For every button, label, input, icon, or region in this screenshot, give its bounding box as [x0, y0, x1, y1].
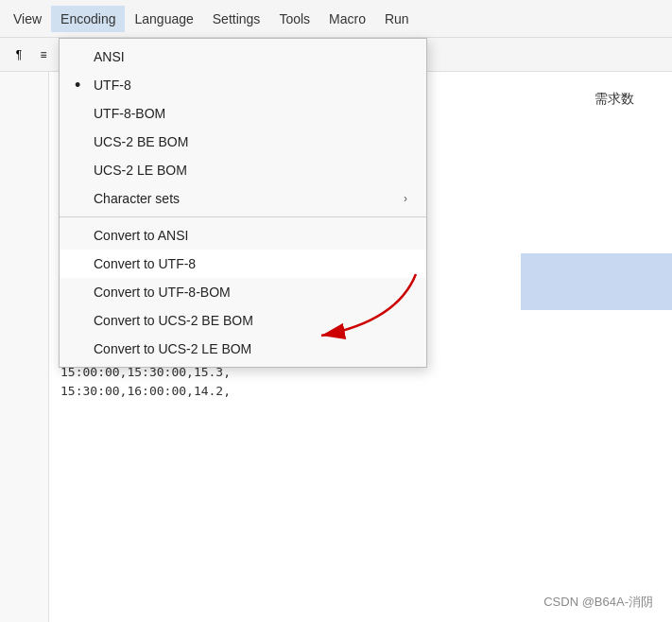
right-panel-highlight	[521, 253, 672, 310]
encoding-item-convert-ansi[interactable]: Convert to ANSI	[60, 221, 426, 250]
dropdown-divider	[60, 216, 426, 217]
line-numbers	[0, 72, 49, 622]
toolbar-btn-1[interactable]: ¶	[8, 43, 30, 66]
encoding-item-charsets[interactable]: Character sets ›	[60, 184, 426, 213]
menu-tools[interactable]: Tools	[269, 6, 319, 32]
menu-encoding[interactable]: Encoding	[51, 6, 125, 32]
encoding-item-ansi[interactable]: ANSI	[60, 43, 426, 71]
right-panel-text: 需求数	[594, 91, 634, 108]
encoding-item-utf8bom[interactable]: UTF-8-BOM	[60, 99, 426, 128]
encoding-item-ucs2le[interactable]: UCS-2 LE BOM	[60, 156, 426, 184]
menu-run[interactable]: Run	[375, 6, 419, 32]
menu-settings[interactable]: Settings	[203, 6, 270, 32]
encoding-item-convert-utf8bom[interactable]: Convert to UTF-8-BOM	[60, 278, 426, 306]
encoding-dropdown: ANSI UTF-8 UTF-8-BOM UCS-2 BE BOM UCS-2 …	[59, 38, 427, 368]
menu-view[interactable]: View	[4, 6, 51, 32]
menubar: View Encoding Language Settings Tools Ma…	[0, 0, 672, 38]
menu-language[interactable]: Language	[125, 6, 202, 32]
encoding-item-ucs2be[interactable]: UCS-2 BE BOM	[60, 128, 426, 156]
watermark: CSDN @B64A-消阴	[543, 594, 653, 611]
submenu-chevron-icon: ›	[404, 192, 407, 205]
toolbar-btn-2[interactable]: ≡	[32, 43, 55, 66]
encoding-item-convert-ucs2be[interactable]: Convert to UCS-2 BE BOM	[60, 306, 426, 335]
code-line: 15:30:00,16:00:00,14.2,	[60, 382, 661, 401]
encoding-item-convert-ucs2le[interactable]: Convert to UCS-2 LE BOM	[60, 335, 426, 363]
menu-macro[interactable]: Macro	[319, 6, 375, 32]
encoding-item-convert-utf8[interactable]: Convert to UTF-8	[60, 250, 426, 278]
encoding-item-utf8[interactable]: UTF-8	[60, 71, 426, 99]
